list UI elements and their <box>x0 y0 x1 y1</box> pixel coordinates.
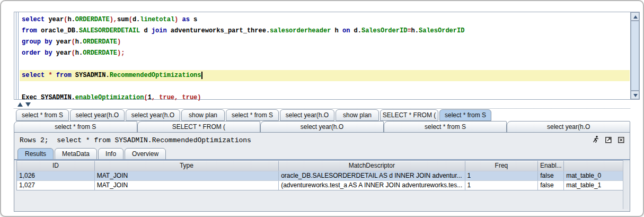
arrow-up-icon <box>633 15 638 19</box>
text-caret <box>201 72 202 79</box>
code-line[interactable]: select * from SYSADMIN.RecommendedOptimi… <box>20 70 630 81</box>
scroll-down-button[interactable] <box>631 91 639 99</box>
scroll-up-button[interactable] <box>631 12 639 21</box>
column-header[interactable]: Type <box>95 161 279 171</box>
query-tab-row-2: select * from SSELECT * FROM (select yea… <box>14 121 630 133</box>
table-cell: mat_table_1 <box>564 181 624 190</box>
table-row[interactable]: 1,027MAT_JOIN(adventureworks.test_a AS A… <box>17 180 624 190</box>
query-tab[interactable]: SELECT * FROM ( <box>380 109 438 121</box>
code-line[interactable] <box>20 59 630 70</box>
query-tab[interactable]: select * from S <box>14 121 137 133</box>
table-cell: 1,026 <box>17 171 95 180</box>
query-tab[interactable]: select year(h.O <box>280 109 334 121</box>
column-header[interactable]: Freq <box>465 161 539 171</box>
arrow-down-icon <box>633 94 638 97</box>
scrollbar-thumb[interactable] <box>631 21 639 91</box>
result-status-row: Rows 2; select * from SYSADMIN.Recommend… <box>14 133 630 148</box>
editor-gutter <box>16 12 19 99</box>
table-vertical-scrollbar[interactable] <box>623 160 628 209</box>
result-status-text: Rows 2; select * from SYSADMIN.Recommend… <box>20 136 251 144</box>
results-tab[interactable]: Results <box>17 148 54 160</box>
table-row[interactable]: 1,026MAT_JOINoracle_DB.SALESORDERDETAIL … <box>17 171 624 180</box>
query-tab[interactable]: select year(h.O <box>126 109 180 121</box>
sql-editor[interactable]: select year(h.ORDERDATE),sum(d.linetotal… <box>14 12 640 100</box>
editor-lines[interactable]: select year(h.ORDERDATE),sum(d.linetotal… <box>20 14 630 103</box>
result-toolbar <box>592 135 625 144</box>
results-tab[interactable]: Info <box>98 148 123 160</box>
table-cell: oracle_DB.SALESORDERDETAIL AS d INNER JO… <box>279 171 465 180</box>
results-table-header: IDTypeMatchDescriptorFreqEnabl... <box>17 161 624 171</box>
column-header[interactable]: ID <box>17 161 95 171</box>
query-tab[interactable]: show plan <box>181 109 225 121</box>
query-tab[interactable]: select * from S <box>16 109 69 121</box>
table-cell: 1 <box>465 181 539 190</box>
splitter-divider[interactable] <box>14 108 630 109</box>
table-cell: (adventureworks.test_a AS A INNER JOIN a… <box>279 181 465 190</box>
running-man-icon[interactable] <box>592 135 600 144</box>
table-cell: false <box>538 171 564 180</box>
editor-vertical-scrollbar[interactable] <box>630 12 639 99</box>
column-header[interactable]: Enabl... <box>538 161 564 171</box>
code-line[interactable]: select year(h.ORDERDATE),sum(d.linetotal… <box>20 14 630 25</box>
query-tab[interactable]: select * from S <box>439 109 491 121</box>
table-cell: 1 <box>465 171 539 180</box>
query-tab[interactable]: SELECT * FROM ( <box>137 121 261 133</box>
table-cell: 1,027 <box>17 181 95 190</box>
results-tab[interactable]: Overview <box>125 148 166 160</box>
query-tab-row-1: select * from Sselect year(h.Oselect yea… <box>14 109 492 121</box>
table-cell: false <box>538 181 564 190</box>
results-tab-bar: ResultsMetaDataInfoOverview <box>17 148 167 160</box>
code-line[interactable]: from oracle_DB.SALESORDERDETAIL d join a… <box>20 25 630 37</box>
query-tab[interactable]: select * from S <box>384 121 507 133</box>
results-table: IDTypeMatchDescriptorFreqEnabl... 1,026M… <box>16 160 624 190</box>
code-line[interactable]: Exec SYSADMIN.enableOptimization(1, true… <box>20 92 630 103</box>
table-cell: mat_table_0 <box>564 171 624 180</box>
query-tab[interactable]: select * from S <box>226 109 279 121</box>
sql-client-window: select year(h.ORDERDATE),sum(d.linetotal… <box>0 0 644 217</box>
splitter-collapse-up-button[interactable] <box>17 102 23 107</box>
table-cell: MAT_JOIN <box>95 181 279 190</box>
detach-icon[interactable] <box>604 135 613 144</box>
results-tab[interactable]: MetaData <box>55 148 97 160</box>
results-table-body: 1,026MAT_JOINoracle_DB.SALESORDERDETAIL … <box>17 171 624 190</box>
code-line[interactable]: group by year(h.ORDERDATE) <box>20 37 630 48</box>
column-header[interactable] <box>564 161 624 171</box>
code-line[interactable]: order by year(h.ORDERDATE); <box>20 48 630 59</box>
splitter-collapse-down-button[interactable] <box>25 102 31 107</box>
code-line[interactable] <box>20 81 630 92</box>
query-tab[interactable]: select year(h.O <box>260 121 384 133</box>
close-icon[interactable] <box>617 135 625 144</box>
table-cell: MAT_JOIN <box>95 171 279 180</box>
query-tab[interactable]: select year(h.O <box>70 109 125 121</box>
query-tab[interactable]: select year(h.O <box>507 121 630 133</box>
column-header[interactable]: MatchDescriptor <box>279 161 465 171</box>
results-panel: Rows 2; select * from SYSADMIN.Recommend… <box>14 132 630 212</box>
query-tab[interactable]: show plan <box>336 109 379 121</box>
